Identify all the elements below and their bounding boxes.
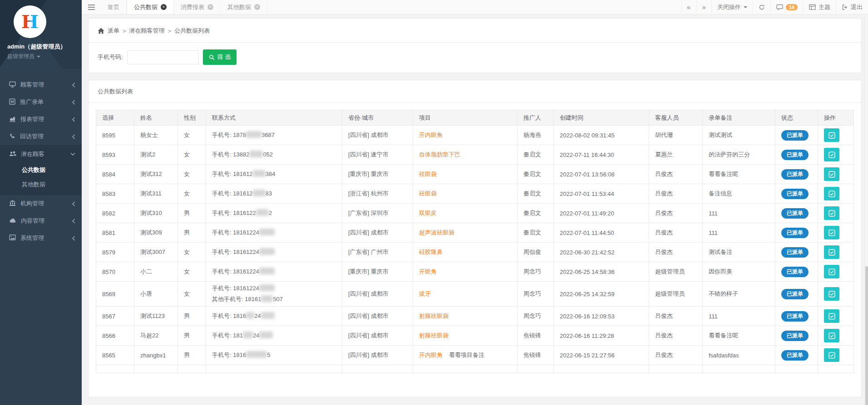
phone-text: 83 [266,190,272,197]
close-operations-dropdown[interactable]: 关闭操作 [711,0,753,14]
edit-dispatch-button[interactable] [824,329,839,342]
project-link[interactable]: 开内眼角 [419,351,443,358]
sidebar-item-label: 顾客管理 [20,81,44,89]
tab-其他数据[interactable]: 其他数据× [221,0,267,14]
tab-消费报表[interactable]: 消费报表× [174,0,221,14]
sidebar-item-label: 回访管理 [20,132,44,141]
user-role-dropdown[interactable]: 超级管理员 [7,53,82,60]
phone-line: 手机号: 18161224 [212,284,336,293]
project-link[interactable]: 硅胶隆鼻 [419,249,443,255]
messages-button[interactable]: 14 [770,0,803,14]
edit-dispatch-button[interactable] [824,265,839,278]
cell-name: 小唐 [134,282,178,307]
check-square-icon [829,151,835,158]
tab-close-icon[interactable]: × [161,4,167,10]
tab-close-icon[interactable]: × [207,4,213,10]
tab-公共数据[interactable]: 公共数据× [127,0,174,14]
cell-id: 8583 [96,184,134,204]
next-tab-button[interactable]: » [696,0,711,14]
edit-dispatch-button[interactable] [824,128,839,142]
hamburger-icon[interactable] [82,0,101,14]
status-badge: 已派单 [781,189,809,199]
cell-service: 吕俊杰 [649,346,703,365]
project-link[interactable]: 双眼皮 [419,210,437,216]
phone-filter-input[interactable] [127,50,199,64]
tab-bar: 首页公共数据×消费报表×其他数据× [101,0,267,14]
topbar: 首页公共数据×消费报表×其他数据× « » 关闭操作 14 主题 退出 [82,0,868,15]
edit-dispatch-button[interactable] [824,187,839,200]
sidebar-item-1[interactable]: 顾客管理 [0,76,82,93]
sidebar-item-2[interactable]: 推广录单 [0,93,82,111]
logout-icon [842,4,848,10]
cell-gender: 男 [178,204,206,223]
sidebar-item-3[interactable]: 报表管理 [0,111,82,128]
edit-dispatch-button[interactable] [824,226,839,239]
tab-close-icon[interactable]: × [254,4,260,10]
chevron-left-icon [72,236,75,241]
cell-service: 超级管理员 [649,262,703,282]
column-header-性别: 性别 [178,110,206,126]
phone-text: 2 [269,210,272,216]
cell-actions [818,243,854,262]
sidebar-item-8[interactable]: 系统管理 [0,229,82,247]
project-link[interactable]: 自体脂肪垫下巴 [419,151,460,158]
edit-dispatch-button[interactable] [824,309,839,323]
cell-remark: fsafdasfdas [703,346,775,365]
logout-button[interactable]: 退出 [836,0,868,14]
project-link[interactable]: 射频祛眼袋 [419,332,449,339]
column-header-联系方式: 联系方式 [206,110,342,126]
project-link[interactable]: 射频祛眼袋 [419,312,449,319]
sidebar-subitem-其他数据[interactable]: 其他数据 [0,177,82,192]
edit-dispatch-button[interactable] [824,148,839,161]
table-row: 8581测试309男手机号: 18161224[四川省] 成都市超声波祛眼袋秦启… [96,223,854,243]
breadcrumb-item[interactable]: 潜在顾客管理 [129,27,165,35]
edit-dispatch-button[interactable] [824,348,839,362]
project-link[interactable]: 开眼角 [419,268,437,275]
project-link[interactable]: 祛眼袋 [419,171,437,177]
project-link[interactable]: 拔牙 [419,290,431,297]
cell-empty [818,365,854,373]
cell-actions [818,223,854,243]
edit-dispatch-button[interactable] [824,245,839,259]
sidebar-item-4[interactable]: 回访管理 [0,128,82,145]
status-badge: 已派单 [781,208,809,219]
cell-created: 2022-06-30 21:42:52 [554,243,649,262]
breadcrumb-separator: > [168,28,172,34]
sidebar-item-5[interactable]: 潜在顾客 [0,146,82,163]
cell-name: 测试3007 [134,243,178,262]
cell-actions [818,145,854,165]
project-link[interactable]: 超声波祛眼袋 [419,229,454,236]
tab-首页[interactable]: 首页 [101,0,127,14]
theme-button[interactable]: 主题 [803,0,836,14]
sidebar-item-6[interactable]: 机构管理 [0,195,82,212]
project-link[interactable]: 祛眼袋 [419,190,437,197]
monitor-icon [9,81,16,89]
filter-button[interactable]: 筛 选 [203,49,237,65]
phone-text: 手机号: 18161224 [212,249,259,255]
phone-text: 384 [266,171,276,177]
chart-icon [9,116,16,123]
project-note: 看看项目备注 [449,351,484,358]
cell-status: 已派单 [775,223,818,243]
sidebar-subitem-公共数据[interactable]: 公共数据 [0,163,82,177]
cell-promoter: 杨海燕 [518,126,554,145]
cell-actions [818,307,854,326]
cell-promoter: 周似俊 [518,243,554,262]
edit-dispatch-button[interactable] [824,206,839,220]
check-square-icon [829,132,835,139]
edit-dispatch-button[interactable] [824,167,839,181]
edit-dispatch-button[interactable] [824,287,839,301]
cell-remark: 的法萨芬的三分 [703,145,775,165]
scrollbar-thumb[interactable] [865,266,868,405]
censored-blur [249,151,263,157]
prev-tab-button[interactable]: « [681,0,696,14]
refresh-icon [759,4,765,10]
sidebar-item-7[interactable]: 内容管理 [0,212,82,229]
column-header-状态: 状态 [775,110,818,126]
project-link[interactable]: 开内眼角 [419,132,443,138]
h-square-icon [9,98,15,106]
cell-promoter: 焦锐锋 [518,346,554,365]
cell-remark: 看看备注呢 [703,165,775,184]
refresh-button[interactable] [753,0,770,14]
breadcrumb-item[interactable]: 派单 [108,27,119,35]
